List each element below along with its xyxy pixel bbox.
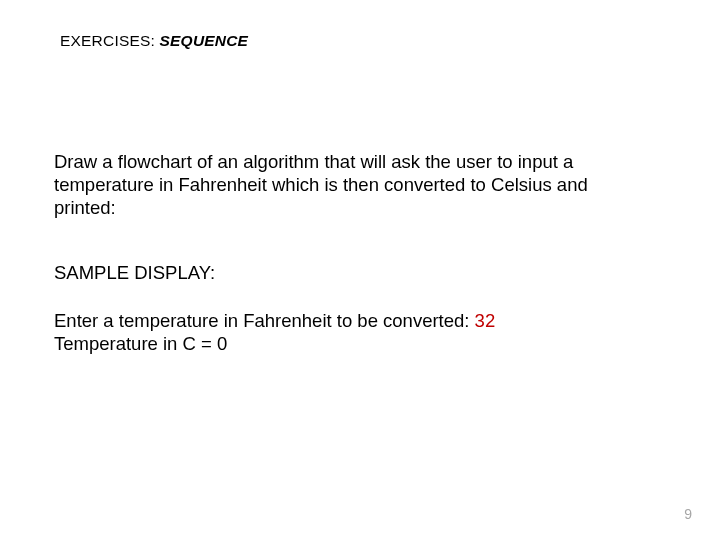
sample-line: Temperature in C = 0 — [54, 332, 666, 355]
sample-display-heading: SAMPLE DISPLAY: — [54, 261, 666, 284]
instruction-line: printed: — [54, 196, 666, 219]
slide: EXERCISES: SEQUENCE Draw a flowchart of … — [0, 0, 720, 540]
instruction-line: temperature in Fahrenheit which is then … — [54, 173, 666, 196]
slide-body: Draw a flowchart of an algorithm that wi… — [54, 150, 666, 355]
sample-prompt-text: Enter a temperature in Fahrenheit to be … — [54, 310, 475, 331]
slide-title: EXERCISES: SEQUENCE — [60, 32, 248, 50]
page-number: 9 — [684, 506, 692, 522]
title-label: EXERCISES: — [60, 32, 155, 49]
sample-line: Enter a temperature in Fahrenheit to be … — [54, 309, 666, 332]
title-topic: SEQUENCE — [160, 32, 249, 49]
instruction-line: Draw a flowchart of an algorithm that wi… — [54, 150, 666, 173]
sample-prompt-value: 32 — [475, 310, 496, 331]
